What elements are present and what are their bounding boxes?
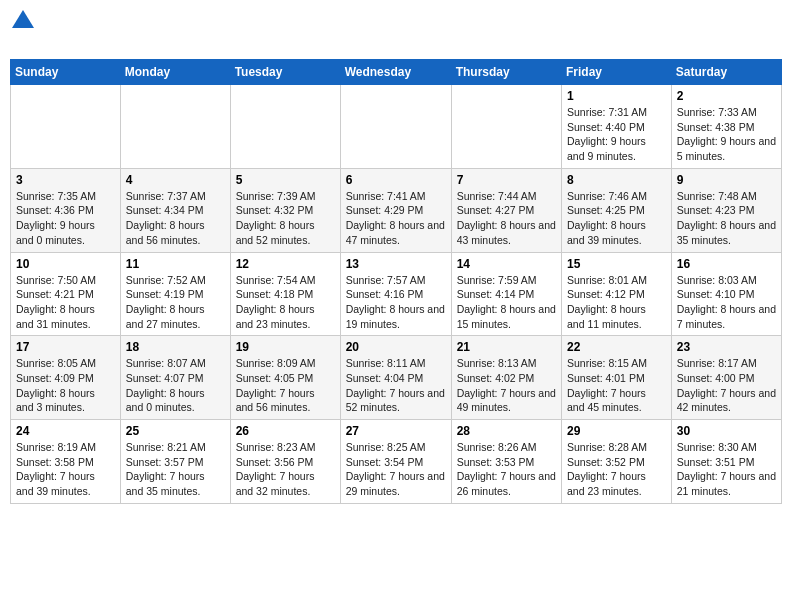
day-info: Sunrise: 7:54 AM Sunset: 4:18 PM Dayligh… [236,273,335,332]
calendar-cell: 23Sunrise: 8:17 AM Sunset: 4:00 PM Dayli… [671,336,781,420]
calendar-cell [11,85,121,169]
col-header-monday: Monday [120,60,230,85]
col-header-thursday: Thursday [451,60,561,85]
day-number: 6 [346,173,446,187]
day-number: 11 [126,257,225,271]
calendar-cell [120,85,230,169]
day-number: 27 [346,424,446,438]
day-number: 17 [16,340,115,354]
day-info: Sunrise: 7:31 AM Sunset: 4:40 PM Dayligh… [567,105,666,164]
calendar-cell [451,85,561,169]
calendar-cell: 17Sunrise: 8:05 AM Sunset: 4:09 PM Dayli… [11,336,121,420]
day-info: Sunrise: 8:03 AM Sunset: 4:10 PM Dayligh… [677,273,776,332]
day-number: 2 [677,89,776,103]
day-info: Sunrise: 7:50 AM Sunset: 4:21 PM Dayligh… [16,273,115,332]
svg-marker-0 [12,10,34,28]
col-header-saturday: Saturday [671,60,781,85]
day-info: Sunrise: 8:23 AM Sunset: 3:56 PM Dayligh… [236,440,335,499]
calendar-cell: 3Sunrise: 7:35 AM Sunset: 4:36 PM Daylig… [11,168,121,252]
calendar-cell: 30Sunrise: 8:30 AM Sunset: 3:51 PM Dayli… [671,420,781,504]
day-info: Sunrise: 7:41 AM Sunset: 4:29 PM Dayligh… [346,189,446,248]
day-info: Sunrise: 7:46 AM Sunset: 4:25 PM Dayligh… [567,189,666,248]
day-info: Sunrise: 7:44 AM Sunset: 4:27 PM Dayligh… [457,189,556,248]
calendar-cell: 2Sunrise: 7:33 AM Sunset: 4:38 PM Daylig… [671,85,781,169]
day-info: Sunrise: 7:52 AM Sunset: 4:19 PM Dayligh… [126,273,225,332]
day-info: Sunrise: 7:57 AM Sunset: 4:16 PM Dayligh… [346,273,446,332]
day-number: 20 [346,340,446,354]
calendar-cell: 21Sunrise: 8:13 AM Sunset: 4:02 PM Dayli… [451,336,561,420]
calendar-cell: 10Sunrise: 7:50 AM Sunset: 4:21 PM Dayli… [11,252,121,336]
day-info: Sunrise: 8:17 AM Sunset: 4:00 PM Dayligh… [677,356,776,415]
col-header-wednesday: Wednesday [340,60,451,85]
calendar-cell: 27Sunrise: 8:25 AM Sunset: 3:54 PM Dayli… [340,420,451,504]
calendar-week-1: 1Sunrise: 7:31 AM Sunset: 4:40 PM Daylig… [11,85,782,169]
calendar-cell: 8Sunrise: 7:46 AM Sunset: 4:25 PM Daylig… [562,168,672,252]
calendar-cell [230,85,340,169]
day-info: Sunrise: 8:26 AM Sunset: 3:53 PM Dayligh… [457,440,556,499]
calendar-cell: 16Sunrise: 8:03 AM Sunset: 4:10 PM Dayli… [671,252,781,336]
day-number: 12 [236,257,335,271]
day-info: Sunrise: 8:13 AM Sunset: 4:02 PM Dayligh… [457,356,556,415]
day-info: Sunrise: 8:01 AM Sunset: 4:12 PM Dayligh… [567,273,666,332]
day-number: 22 [567,340,666,354]
day-info: Sunrise: 7:48 AM Sunset: 4:23 PM Dayligh… [677,189,776,248]
calendar-header: SundayMondayTuesdayWednesdayThursdayFrid… [11,60,782,85]
logo-blue [10,28,12,50]
day-info: Sunrise: 8:25 AM Sunset: 3:54 PM Dayligh… [346,440,446,499]
day-info: Sunrise: 8:21 AM Sunset: 3:57 PM Dayligh… [126,440,225,499]
day-number: 29 [567,424,666,438]
day-info: Sunrise: 7:59 AM Sunset: 4:14 PM Dayligh… [457,273,556,332]
col-header-tuesday: Tuesday [230,60,340,85]
day-number: 9 [677,173,776,187]
day-info: Sunrise: 8:05 AM Sunset: 4:09 PM Dayligh… [16,356,115,415]
calendar-cell: 22Sunrise: 8:15 AM Sunset: 4:01 PM Dayli… [562,336,672,420]
day-info: Sunrise: 8:15 AM Sunset: 4:01 PM Dayligh… [567,356,666,415]
calendar-cell: 25Sunrise: 8:21 AM Sunset: 3:57 PM Dayli… [120,420,230,504]
calendar-cell: 28Sunrise: 8:26 AM Sunset: 3:53 PM Dayli… [451,420,561,504]
day-number: 23 [677,340,776,354]
day-number: 26 [236,424,335,438]
page-header [10,10,782,51]
day-info: Sunrise: 8:28 AM Sunset: 3:52 PM Dayligh… [567,440,666,499]
calendar-cell: 19Sunrise: 8:09 AM Sunset: 4:05 PM Dayli… [230,336,340,420]
calendar-cell: 12Sunrise: 7:54 AM Sunset: 4:18 PM Dayli… [230,252,340,336]
day-number: 7 [457,173,556,187]
calendar-cell: 4Sunrise: 7:37 AM Sunset: 4:34 PM Daylig… [120,168,230,252]
calendar-cell: 1Sunrise: 7:31 AM Sunset: 4:40 PM Daylig… [562,85,672,169]
day-info: Sunrise: 7:37 AM Sunset: 4:34 PM Dayligh… [126,189,225,248]
calendar-cell: 18Sunrise: 8:07 AM Sunset: 4:07 PM Dayli… [120,336,230,420]
calendar-cell: 24Sunrise: 8:19 AM Sunset: 3:58 PM Dayli… [11,420,121,504]
day-info: Sunrise: 8:07 AM Sunset: 4:07 PM Dayligh… [126,356,225,415]
day-info: Sunrise: 8:09 AM Sunset: 4:05 PM Dayligh… [236,356,335,415]
calendar-cell: 5Sunrise: 7:39 AM Sunset: 4:32 PM Daylig… [230,168,340,252]
day-number: 18 [126,340,225,354]
day-info: Sunrise: 8:30 AM Sunset: 3:51 PM Dayligh… [677,440,776,499]
day-number: 21 [457,340,556,354]
day-number: 30 [677,424,776,438]
day-info: Sunrise: 8:19 AM Sunset: 3:58 PM Dayligh… [16,440,115,499]
calendar-cell: 13Sunrise: 7:57 AM Sunset: 4:16 PM Dayli… [340,252,451,336]
col-header-sunday: Sunday [11,60,121,85]
day-number: 5 [236,173,335,187]
day-number: 10 [16,257,115,271]
calendar-cell: 20Sunrise: 8:11 AM Sunset: 4:04 PM Dayli… [340,336,451,420]
calendar-cell: 26Sunrise: 8:23 AM Sunset: 3:56 PM Dayli… [230,420,340,504]
calendar-table: SundayMondayTuesdayWednesdayThursdayFrid… [10,59,782,504]
day-number: 14 [457,257,556,271]
calendar-week-2: 3Sunrise: 7:35 AM Sunset: 4:36 PM Daylig… [11,168,782,252]
col-header-friday: Friday [562,60,672,85]
day-number: 8 [567,173,666,187]
day-number: 25 [126,424,225,438]
day-info: Sunrise: 7:35 AM Sunset: 4:36 PM Dayligh… [16,189,115,248]
day-number: 19 [236,340,335,354]
calendar-week-5: 24Sunrise: 8:19 AM Sunset: 3:58 PM Dayli… [11,420,782,504]
calendar-cell: 6Sunrise: 7:41 AM Sunset: 4:29 PM Daylig… [340,168,451,252]
day-info: Sunrise: 8:11 AM Sunset: 4:04 PM Dayligh… [346,356,446,415]
calendar-cell: 7Sunrise: 7:44 AM Sunset: 4:27 PM Daylig… [451,168,561,252]
day-info: Sunrise: 7:39 AM Sunset: 4:32 PM Dayligh… [236,189,335,248]
day-number: 3 [16,173,115,187]
logo [10,10,34,51]
calendar-cell [340,85,451,169]
calendar-cell: 29Sunrise: 8:28 AM Sunset: 3:52 PM Dayli… [562,420,672,504]
calendar-week-4: 17Sunrise: 8:05 AM Sunset: 4:09 PM Dayli… [11,336,782,420]
